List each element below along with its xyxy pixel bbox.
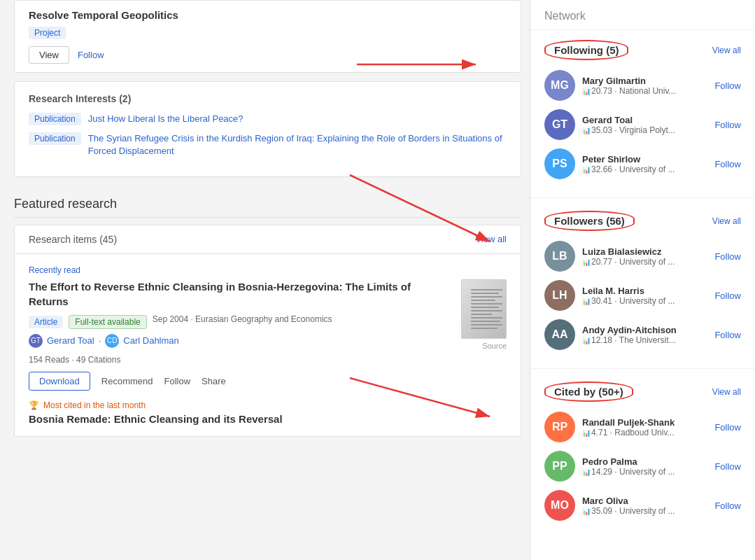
person-stat-gerard: 📊35.03 · Virginia Polyt... <box>582 125 707 135</box>
interest-item-1: Publication Just How Liberal Is the Libe… <box>29 113 507 125</box>
fulltext-tag: Full-text available <box>69 315 146 329</box>
person-info-pedro: Pedro Palma 📊14.29 · University of ... <box>582 456 707 477</box>
featured-research-title: Featured research <box>14 186 521 218</box>
avatar-leila: LH <box>544 280 575 311</box>
publication-tag-1: Publication <box>29 113 81 125</box>
person-name-gerard[interactable]: Gerard Toal <box>582 115 707 125</box>
article-card: Recently read The Effort to Reverse Ethn… <box>14 254 521 437</box>
featured-research-section: Featured research Research items (45) Vi… <box>14 186 521 437</box>
interest-link-1[interactable]: Just How Liberal Is the Liberal Peace? <box>88 113 244 125</box>
avatar-peter: PS <box>544 148 575 179</box>
cited-by-view-all[interactable]: View all <box>712 387 741 397</box>
person-info-randall: Randall Puljek-Shank 📊4.71 · Radboud Uni… <box>582 417 707 438</box>
person-name-andy[interactable]: Andy Aydin-Aitchison <box>582 325 707 335</box>
avatar-mary: MG <box>544 70 575 101</box>
view-button[interactable]: View <box>29 46 69 64</box>
person-info-leila: Leila M. Harris 📊30.41 · University of .… <box>582 286 707 306</box>
author-avatar-2: CD <box>105 334 119 348</box>
person-stat-leila: 📊30.41 · University of ... <box>582 296 707 306</box>
author-name-2[interactable]: Carl Dahlman <box>123 335 178 346</box>
following-section: Following (5) View all MG Mary Gilmartin… <box>530 30 755 195</box>
person-stat-mary: 📊20.73 · National Univ... <box>582 86 707 96</box>
followers-person-3: AA Andy Aydin-Aitchison 📊12.18 · The Uni… <box>544 319 741 350</box>
article-tag: Article <box>29 316 63 328</box>
person-stat-luiza: 📊20.77 · University of ... <box>582 257 707 267</box>
person-stat-pedro: 📊14.29 · University of ... <box>582 467 707 477</box>
person-name-luiza[interactable]: Luiza Bialasiewicz <box>582 246 707 257</box>
avatar-andy: AA <box>544 319 575 350</box>
recently-read-label: Recently read <box>29 265 507 275</box>
person-name-marc[interactable]: Marc Oliva <box>582 496 707 506</box>
author-name-1[interactable]: Gerard Toal <box>47 335 94 346</box>
research-items-label: Research items (45) <box>29 234 117 245</box>
follow-andy-button[interactable]: Follow <box>714 330 741 340</box>
cited-person-1: RP Randall Puljek-Shank 📊4.71 · Radboud … <box>544 412 741 442</box>
right-panel: Network Following (5) View all MG Mary G… <box>530 0 755 560</box>
publication-tag-2: Publication <box>29 132 81 145</box>
cited-by-title: Cited by (50+) <box>544 382 633 402</box>
following-title: Following (5) <box>544 40 628 60</box>
follow-leila-button[interactable]: Follow <box>714 290 741 301</box>
followers-view-all[interactable]: View all <box>712 216 741 226</box>
person-stat-andy: 📊12.18 · The Universit... <box>582 335 707 345</box>
person-name-pedro[interactable]: Pedro Palma <box>582 456 707 467</box>
view-all-research-link[interactable]: View all <box>475 234 507 244</box>
follow-button-article[interactable]: Follow <box>164 376 191 386</box>
research-interests-card: Research Interests (2) Publication Just … <box>14 81 521 177</box>
person-name-peter[interactable]: Peter Shirlow <box>582 154 707 164</box>
person-name-mary[interactable]: Mary Gilmartin <box>582 76 707 86</box>
research-interests-title: Research Interests (2) <box>29 93 507 104</box>
interest-link-2[interactable]: The Syrian Refugee Crisis in the Kurdish… <box>88 132 507 158</box>
most-cited-title[interactable]: Bosnia Remade: Ethnic Cleansing and its … <box>29 413 507 425</box>
cited-by-section: Cited by (50+) View all RP Randall Pulje… <box>530 372 755 536</box>
article-stats: 154 Reads · 49 Citations <box>29 355 507 365</box>
project-title: Resolve Temporal Geopolitics <box>29 9 507 21</box>
person-stat-randall: 📊4.71 · Radboud Univ... <box>582 428 707 438</box>
follow-randall-button[interactable]: Follow <box>714 422 741 433</box>
interest-item-2: Publication The Syrian Refugee Crisis in… <box>29 132 507 158</box>
follow-peter-button[interactable]: Follow <box>714 159 741 169</box>
following-person-2: GT Gerard Toal 📊35.03 · Virginia Polyt..… <box>544 109 741 140</box>
author-separator: · <box>99 335 101 346</box>
person-info-marc: Marc Oliva 📊35.09 · University of ... <box>582 496 707 516</box>
person-stat-marc: 📊35.09 · University of ... <box>582 506 707 516</box>
flame-icon: 🏆 <box>29 400 39 410</box>
cited-person-3: MO Marc Oliva 📊35.09 · University of ...… <box>544 490 741 521</box>
project-badge: Project <box>29 27 66 39</box>
following-person-3: PS Peter Shirlow 📊32.66 · University of … <box>544 148 741 179</box>
most-cited-row: 🏆 Most cited in the last month <box>29 400 507 410</box>
followers-title: Followers (56) <box>544 211 635 231</box>
followers-person-2: LH Leila M. Harris 📊30.41 · University o… <box>544 280 741 311</box>
recommend-button[interactable]: Recommend <box>101 376 153 386</box>
follow-gerard-button[interactable]: Follow <box>714 120 741 130</box>
article-actions: Download Recommend Follow Share <box>29 372 507 391</box>
person-info-luiza: Luiza Bialasiewicz 📊20.77 · University o… <box>582 246 707 267</box>
avatar-gerard: GT <box>544 109 575 140</box>
network-title: Network <box>530 0 755 30</box>
share-button[interactable]: Share <box>202 376 226 386</box>
person-name-randall[interactable]: Randall Puljek-Shank <box>582 417 707 428</box>
avatar-marc: MO <box>544 490 575 521</box>
follow-button-project[interactable]: Follow <box>78 50 104 60</box>
download-button[interactable]: Download <box>29 372 90 391</box>
author-row: GT Gerard Toal · CD Carl Dahlman <box>29 334 446 348</box>
follow-pedro-button[interactable]: Follow <box>714 461 741 472</box>
source-label: Source <box>482 342 507 350</box>
avatar-randall: RP <box>544 412 575 442</box>
person-info-peter: Peter Shirlow 📊32.66 · University of ... <box>582 154 707 174</box>
avatar-luiza: LB <box>544 241 575 272</box>
followers-section: Followers (56) View all LB Luiza Bialasi… <box>530 201 755 365</box>
avatar-pedro: PP <box>544 451 575 482</box>
follow-marc-button[interactable]: Follow <box>714 500 741 511</box>
cited-person-2: PP Pedro Palma 📊14.29 · University of ..… <box>544 451 741 482</box>
research-items-header: Research items (45) View all <box>14 225 521 254</box>
person-name-leila[interactable]: Leila M. Harris <box>582 286 707 296</box>
article-date-journal: Sep 2004 · Eurasian Geography and Econom… <box>153 314 332 324</box>
following-view-all[interactable]: View all <box>712 46 741 55</box>
follow-mary-button[interactable]: Follow <box>714 80 741 91</box>
person-stat-peter: 📊32.66 · University of ... <box>582 164 707 174</box>
follow-luiza-button[interactable]: Follow <box>714 251 741 262</box>
most-cited-label: Most cited in the last month <box>43 400 146 410</box>
person-info-mary: Mary Gilmartin 📊20.73 · National Univ... <box>582 76 707 96</box>
person-info-andy: Andy Aydin-Aitchison 📊12.18 · The Univer… <box>582 325 707 345</box>
